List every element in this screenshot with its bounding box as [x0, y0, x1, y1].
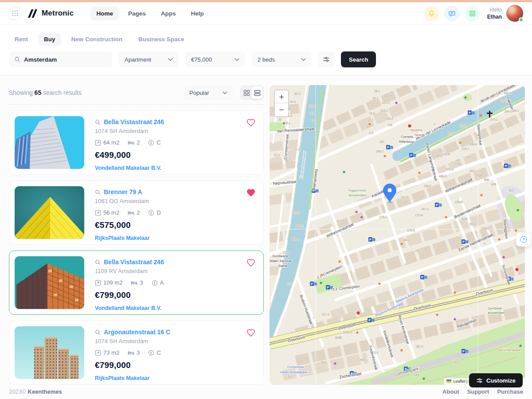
house-number: 227-2 [382, 101, 390, 104]
house-number: 44-3 [290, 100, 296, 103]
street-label: Tanis [414, 133, 422, 137]
house-number: 623 [509, 189, 514, 192]
street-label: Tandarts [410, 128, 422, 132]
tab-rent[interactable]: Rent [9, 33, 34, 46]
zoom-in-button[interactable]: + [275, 90, 288, 103]
results-header: Showing 65 search results Popular [9, 85, 264, 100]
svg-text:P: P [436, 203, 438, 207]
house-number: 206-H [481, 227, 489, 230]
tab-business-space[interactable]: Business Space [133, 33, 190, 46]
property-specs: 109 m2 3 A [95, 279, 164, 286]
customize-button[interactable]: Customize [469, 373, 523, 387]
agency-link[interactable]: Vondelland Makelaar B.V. [95, 305, 164, 311]
company-link[interactable]: Keenthemes [28, 388, 62, 395]
favorite-button[interactable] [246, 188, 255, 198]
house-number: 40-3 [288, 107, 294, 110]
house-number: 117-3 [322, 313, 329, 316]
brand-name: Metronic [42, 9, 74, 18]
property-card[interactable]: Argonautenstraat 16 C 1074 SH Amsterdam … [9, 321, 264, 385]
svg-text:P: P [462, 240, 465, 244]
help-button[interactable]: ? [516, 232, 531, 246]
house-number: 158-H [434, 154, 442, 157]
favorite-button[interactable] [246, 329, 255, 338]
list-view-button[interactable] [252, 86, 262, 99]
beds-value: 2 beds [258, 56, 275, 63]
footer-link-about[interactable]: About [442, 388, 459, 395]
poi-dot [454, 318, 456, 320]
area-icon [95, 210, 101, 216]
area-value: 109 m2 [103, 279, 122, 286]
house-number: 20-H [371, 105, 377, 108]
brand-logo[interactable]: Metronic [27, 8, 74, 18]
house-number: 7-1 [310, 112, 315, 115]
search-button[interactable]: Search [341, 51, 376, 67]
avatar[interactable] [506, 5, 523, 22]
tab-new-construction[interactable]: New Construction [66, 33, 129, 46]
poi-dot [436, 313, 438, 316]
energy-icon [148, 350, 154, 356]
nav-item-help[interactable]: Help [185, 7, 210, 20]
view-toggle [240, 85, 264, 100]
favorite-button[interactable] [246, 258, 255, 268]
house-number: 17-H [294, 148, 301, 151]
property-address: 1074 SH Amsterdam [95, 338, 170, 344]
photo-yellow-building [15, 186, 84, 239]
street-label: Oprichtersbaan [498, 348, 521, 352]
beds-select[interactable]: 2 beds [252, 51, 312, 67]
nav-item-apps[interactable]: Apps [155, 7, 182, 20]
price-select[interactable]: €75,000 [185, 51, 245, 67]
poi-dot [445, 216, 447, 218]
header-actions: Hello Ethan [419, 5, 523, 22]
bed-icon [128, 210, 134, 215]
notifications-button[interactable] [424, 6, 439, 21]
header: Metronic Home Pages Apps Help Hello [0, 2, 532, 25]
poi-dot [408, 125, 411, 128]
agency-link[interactable]: RijksPlaats Makelaar [95, 235, 161, 241]
grid-view-button[interactable] [241, 86, 252, 99]
house-number: 4-3 [369, 131, 373, 134]
chevron-down-icon [301, 58, 306, 61]
property-title-link[interactable]: Argonautenstraat 16 C [104, 329, 170, 336]
footer-link-support[interactable]: Support [467, 388, 489, 395]
map[interactable]: →→→→→→→→→→PPPPPPPPPPPPPPPP28-124-120-H16… [270, 85, 525, 385]
house-number: 170-H [407, 229, 415, 232]
poi-dot [418, 172, 420, 174]
house-number: 50-3 [294, 92, 300, 95]
footer-link-purchase[interactable]: Purchase [497, 388, 523, 395]
house-number: 359-1 [512, 109, 519, 112]
property-card[interactable]: Bella Vistastraat 246 1109 RV Amsterdam … [9, 250, 264, 315]
favorite-button[interactable] [246, 118, 255, 128]
property-card[interactable]: Brenner 79 A 1061 OG Amsterdam 56 m2 2 D… [9, 180, 264, 245]
property-type-select[interactable]: Apartment [119, 51, 179, 67]
house-number: 268-3 [292, 238, 299, 241]
apps-button[interactable] [465, 6, 480, 21]
agency-link[interactable]: RijksPlaats Makelaar [95, 375, 170, 381]
nav-item-pages[interactable]: Pages [122, 7, 152, 20]
poi-dot [334, 362, 336, 364]
property-title-link[interactable]: Bella Vistastraat 246 [104, 118, 164, 125]
advanced-filters-button[interactable] [318, 51, 334, 67]
svg-text:P: P [311, 282, 313, 286]
chat-button[interactable] [444, 6, 460, 21]
svg-text:P: P [368, 318, 371, 322]
energy-icon [148, 210, 154, 216]
location-input[interactable] [24, 56, 99, 63]
heart-icon [246, 258, 255, 267]
property-title-link[interactable]: Bella Vistastraat 246 [104, 258, 164, 266]
app-launcher-button[interactable] [9, 7, 21, 20]
price-value: €75,000 [191, 56, 212, 63]
zoom-out-button[interactable]: − [275, 103, 288, 116]
agency-link[interactable]: Vondelland Makelaar B.V. [95, 165, 164, 171]
property-card[interactable]: Bella Vistastraat 246 1074 SH Amsterdam … [9, 110, 264, 175]
area-value: 56 m2 [103, 209, 119, 216]
property-title-link[interactable]: Brenner 79 A [104, 188, 142, 196]
sliders-icon [323, 56, 330, 63]
area-icon [95, 350, 101, 356]
sort-select[interactable]: Popular [184, 85, 233, 100]
heart-icon [246, 329, 255, 337]
house-number: 110 [429, 366, 434, 369]
house-number: 416C [455, 162, 462, 165]
energy-value: C [156, 349, 160, 356]
nav-item-home[interactable]: Home [90, 7, 119, 20]
tab-buy[interactable]: Buy [38, 33, 61, 46]
